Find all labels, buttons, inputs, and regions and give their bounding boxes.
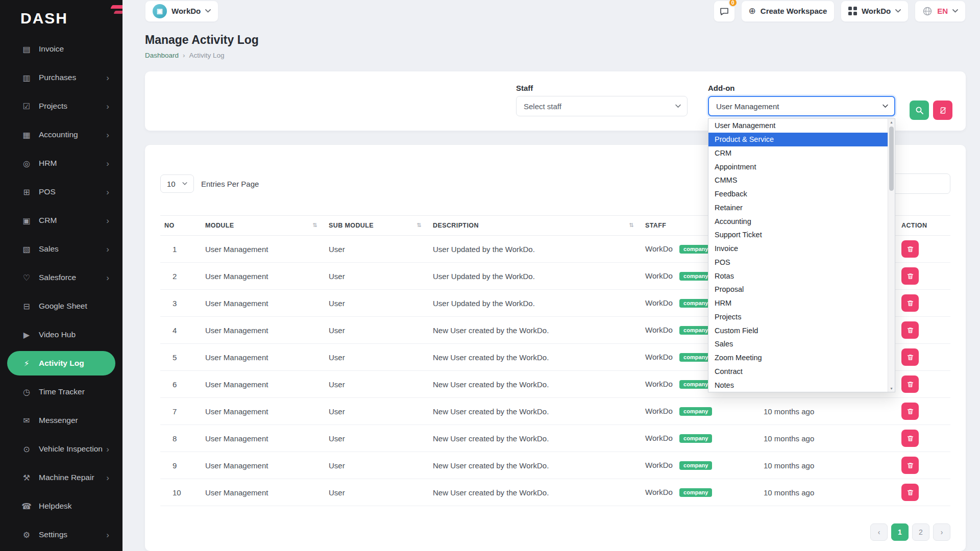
staff-name: WorkDo: [645, 488, 673, 496]
dropdown-option[interactable]: Contract: [708, 365, 888, 379]
scroll-down-arrow[interactable]: ▾: [888, 385, 895, 392]
table-row: 9 User Management User New User created …: [160, 452, 950, 479]
sidebar-item[interactable]: ◎ HRM ›: [7, 151, 115, 176]
apps-menu-label: WorkDo: [862, 7, 891, 15]
dropdown-option[interactable]: Proposal: [708, 283, 888, 296]
delete-button[interactable]: [901, 240, 919, 258]
create-workspace-button[interactable]: ⊕ Create Workspace: [741, 1, 835, 22]
delete-button[interactable]: [901, 348, 919, 366]
dropdown-option[interactable]: Custom Field: [708, 323, 888, 337]
cell-sub-module: User: [325, 263, 429, 290]
topbar: ▣ WorkDo 0 ⊕ Create Workspace WorkDo: [122, 0, 980, 22]
dropdown-option[interactable]: Product & Service: [708, 133, 888, 146]
cell-action: [897, 317, 950, 344]
sidebar-item[interactable]: ▣ CRM ›: [7, 208, 115, 233]
addon-select[interactable]: User Management: [708, 96, 895, 116]
column-header[interactable]: NO ⇅: [160, 216, 201, 236]
sidebar-item[interactable]: ⚙ Settings ›: [7, 522, 115, 547]
sidebar-item[interactable]: ♡ Salesforce ›: [7, 265, 115, 290]
dropdown-option[interactable]: Feedback: [708, 187, 888, 201]
cell-module: User Management: [201, 236, 325, 263]
addon-filter-group: Add-on User Management User Management: [708, 84, 895, 116]
column-header[interactable]: ACTION ⇅: [897, 216, 950, 236]
entries-per-page-select[interactable]: 10: [160, 174, 194, 193]
company-badge: company: [679, 488, 712, 497]
delete-button[interactable]: [901, 403, 919, 420]
search-button[interactable]: [910, 101, 929, 120]
settings-icon: ⚙: [20, 530, 33, 540]
dropdown-option[interactable]: Projects: [708, 310, 888, 324]
pagination-item[interactable]: 2: [912, 523, 929, 541]
dropdown-scrollbar[interactable]: ▴ ▾: [888, 119, 895, 392]
column-header[interactable]: DESCRIPTION ⇅: [429, 216, 641, 236]
dropdown-option[interactable]: Sales: [708, 337, 888, 351]
clear-filter-icon: [939, 107, 947, 114]
sidebar-item[interactable]: ⊞ POS ›: [7, 180, 115, 204]
sidebar-item[interactable]: ✉ Messenger ›: [7, 408, 115, 433]
delete-button[interactable]: [901, 375, 919, 393]
sidebar-item[interactable]: ☎ Helpdesk ›: [7, 494, 115, 518]
sidebar-item[interactable]: ▦ Accounting ›: [7, 122, 115, 147]
google-sheet-icon: ⊟: [20, 302, 33, 311]
sidebar-item-label: Activity Log: [39, 359, 84, 368]
cell-action: [897, 344, 950, 371]
breadcrumb-dashboard-link[interactable]: Dashboard: [145, 52, 179, 59]
dropdown-option[interactable]: CMMS: [708, 173, 888, 187]
cell-description: New User created by the WorkDo.: [429, 479, 641, 506]
company-badge: company: [679, 461, 712, 470]
sidebar-nav: ▤ Invoice › ▥ Purchases › ☑ Projects ›: [0, 37, 122, 547]
delete-button[interactable]: [901, 294, 919, 312]
sidebar-item[interactable]: ⊟ Google Sheet ›: [7, 294, 115, 318]
cell-description: New User created by the WorkDo.: [429, 452, 641, 479]
reset-filter-button[interactable]: [933, 101, 952, 120]
apps-menu-button[interactable]: WorkDo: [841, 1, 909, 22]
cell-time: 10 months ago: [760, 452, 897, 479]
workspace-switcher-button[interactable]: ▣ WorkDo: [145, 1, 218, 22]
messages-button[interactable]: 0: [714, 1, 735, 22]
sidebar-item[interactable]: ⚒ Machine Repair ›: [7, 465, 115, 490]
sidebar-item[interactable]: ▤ Invoice ›: [7, 37, 115, 61]
staff-select[interactable]: Select staff: [516, 96, 688, 116]
dropdown-option[interactable]: Invoice: [708, 242, 888, 256]
dropdown-option[interactable]: User Management: [708, 119, 888, 133]
dropdown-option[interactable]: Rotas: [708, 269, 888, 283]
sidebar-item[interactable]: ☑ Projects ›: [7, 94, 115, 118]
chevron-right-icon: ›: [106, 473, 109, 482]
delete-button[interactable]: [901, 430, 919, 447]
column-header[interactable]: MODULE ⇅: [201, 216, 325, 236]
scroll-up-arrow[interactable]: ▴: [888, 119, 895, 126]
sort-icon[interactable]: ⇅: [312, 222, 317, 229]
logo[interactable]: DASH: [0, 0, 122, 37]
delete-button[interactable]: [901, 321, 919, 339]
pagination-item[interactable]: 1: [891, 523, 909, 541]
sidebar-item[interactable]: ▥ Purchases ›: [7, 65, 115, 90]
sidebar-item[interactable]: ⚡ Activity Log ›: [7, 351, 115, 375]
scrollbar-thumb[interactable]: [889, 127, 894, 191]
delete-button[interactable]: [901, 484, 919, 501]
dropdown-option[interactable]: HRM: [708, 296, 888, 310]
cell-no: 7: [160, 398, 201, 425]
dropdown-option[interactable]: Notes: [708, 378, 888, 392]
dropdown-option[interactable]: Support Ticket: [708, 228, 888, 242]
sort-icon[interactable]: ⇅: [629, 222, 634, 229]
dropdown-option[interactable]: Appointment: [708, 160, 888, 173]
sidebar-item[interactable]: ◷ Time Tracker ›: [7, 380, 115, 404]
column-header[interactable]: SUB MODULE ⇅: [325, 216, 429, 236]
dropdown-option[interactable]: Retainer: [708, 201, 888, 215]
language-button[interactable]: EN: [915, 1, 966, 22]
pagination-item[interactable]: ‹: [870, 523, 888, 541]
dropdown-option[interactable]: CRM: [708, 146, 888, 160]
sidebar-item-label: CRM: [39, 216, 57, 225]
sidebar-item[interactable]: ▧ Sales ›: [7, 237, 115, 261]
sidebar-item[interactable]: ▶ Video Hub ›: [7, 322, 115, 347]
delete-button[interactable]: [901, 267, 919, 285]
pagination-item[interactable]: ›: [933, 523, 950, 541]
company-badge: company: [679, 434, 712, 443]
sidebar-item[interactable]: ⊙ Vehicle Inspection ›: [7, 437, 115, 461]
dropdown-option[interactable]: Accounting: [708, 214, 888, 228]
dropdown-option[interactable]: Zoom Meeting: [708, 351, 888, 365]
sort-icon[interactable]: ⇅: [416, 222, 422, 229]
cell-staff: WorkDo company: [641, 398, 760, 425]
delete-button[interactable]: [901, 457, 919, 474]
dropdown-option[interactable]: POS: [708, 256, 888, 269]
